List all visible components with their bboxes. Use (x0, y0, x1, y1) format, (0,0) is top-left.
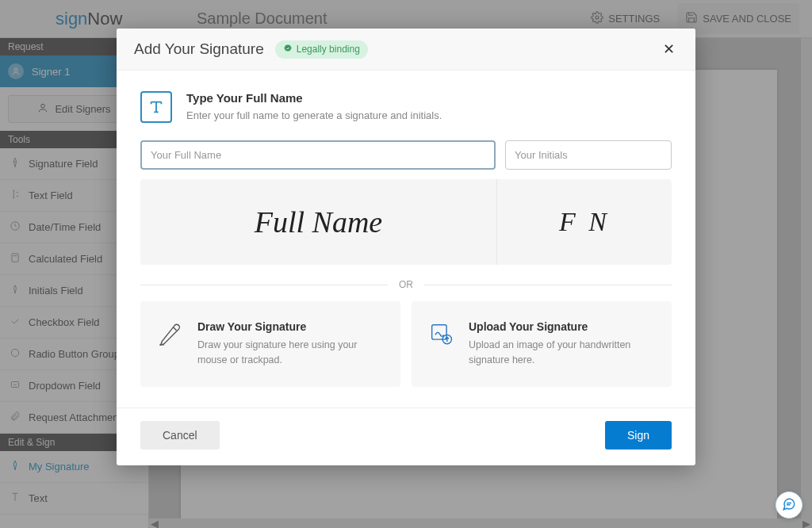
upload-heading: Upload Your Signature (469, 320, 656, 333)
modal-overlay: Add Your Signature Legally binding ✕ Typ… (0, 0, 812, 528)
preview-fullname: Full Name (140, 179, 497, 265)
draw-sub: Draw your signature here using your mous… (197, 338, 385, 368)
modal-header: Add Your Signature Legally binding ✕ (117, 29, 695, 71)
modal-title: Add Your Signature (134, 40, 264, 58)
check-badge-icon (283, 44, 293, 55)
modal-footer: Cancel Sign (117, 407, 695, 465)
draw-heading: Draw Your Signature (197, 320, 385, 333)
full-name-input[interactable] (140, 140, 496, 170)
type-text-block: Type Your Full Name Enter your full name… (186, 91, 442, 121)
upload-signature-icon (427, 320, 454, 347)
initials-input[interactable] (505, 140, 672, 170)
sep-line-right (424, 285, 672, 285)
preview-initials-text: F N (559, 207, 610, 237)
type-t-icon (140, 91, 172, 123)
inputs-row (140, 140, 672, 170)
draw-text: Draw Your Signature Draw your signature … (197, 320, 385, 368)
chat-fab[interactable] (776, 492, 802, 518)
draw-signature-card[interactable]: Draw Your Signature Draw your signature … (140, 301, 400, 387)
close-button[interactable]: ✕ (659, 40, 678, 59)
alt-methods-row: Draw Your Signature Draw your signature … (140, 301, 672, 387)
type-heading: Type Your Full Name (186, 91, 442, 105)
type-sub: Enter your full name to generate a signa… (186, 109, 442, 121)
sign-button[interactable]: Sign (605, 421, 672, 450)
cancel-button[interactable]: Cancel (140, 421, 220, 450)
preview-initials: F N (497, 179, 672, 265)
modal-body: Type Your Full Name Enter your full name… (117, 71, 695, 387)
badge-label: Legally binding (297, 44, 360, 55)
or-separator: OR (140, 279, 672, 290)
pencil-draw-icon (156, 320, 183, 347)
legally-binding-badge: Legally binding (275, 40, 368, 59)
upload-text: Upload Your Signature Upload an image of… (469, 320, 656, 368)
add-signature-modal: Add Your Signature Legally binding ✕ Typ… (117, 29, 695, 465)
sep-line-left (140, 285, 388, 285)
upload-sub: Upload an image of your handwritten sign… (469, 338, 656, 368)
preview-fullname-text: Full Name (255, 205, 382, 239)
or-label: OR (399, 279, 413, 290)
svg-rect-9 (432, 325, 446, 339)
type-signature-section: Type Your Full Name Enter your full name… (140, 91, 672, 123)
upload-signature-card[interactable]: Upload Your Signature Upload an image of… (412, 301, 672, 387)
signature-preview: Full Name F N (140, 179, 672, 265)
chat-icon (782, 497, 796, 514)
